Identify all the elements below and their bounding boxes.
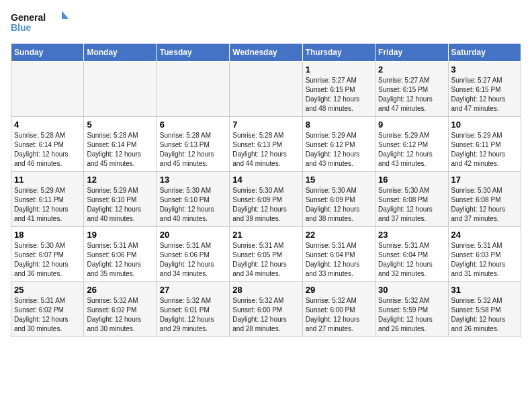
header-cell-saturday: Saturday	[448, 44, 521, 62]
day-info: Sunrise: 5:29 AM Sunset: 6:12 PM Dayligh…	[306, 131, 372, 169]
day-info: Sunrise: 5:31 AM Sunset: 6:06 PM Dayligh…	[160, 241, 226, 279]
logo-svg: General Blue	[11, 11, 71, 35]
day-cell: 6Sunrise: 5:28 AM Sunset: 6:13 PM Daylig…	[157, 117, 229, 172]
day-info: Sunrise: 5:30 AM Sunset: 6:08 PM Dayligh…	[451, 186, 518, 224]
day-number: 14	[232, 175, 299, 185]
day-info: Sunrise: 5:29 AM Sunset: 6:10 PM Dayligh…	[87, 186, 153, 224]
day-number: 27	[160, 285, 226, 295]
day-number: 31	[451, 285, 518, 295]
day-cell: 7Sunrise: 5:28 AM Sunset: 6:13 PM Daylig…	[230, 117, 302, 172]
day-cell	[157, 62, 229, 117]
day-cell: 19Sunrise: 5:31 AM Sunset: 6:06 PM Dayli…	[84, 227, 157, 282]
day-number: 23	[378, 230, 445, 240]
day-number: 30	[378, 285, 445, 295]
svg-marker-1	[62, 11, 69, 19]
header-row: SundayMondayTuesdayWednesdayThursdayFrid…	[11, 44, 521, 62]
calendar-table: SundayMondayTuesdayWednesdayThursdayFrid…	[11, 43, 521, 337]
day-number: 25	[14, 285, 81, 295]
day-number: 28	[232, 285, 299, 295]
day-cell: 10Sunrise: 5:29 AM Sunset: 6:11 PM Dayli…	[448, 117, 521, 172]
day-cell: 22Sunrise: 5:31 AM Sunset: 6:04 PM Dayli…	[302, 227, 375, 282]
day-info: Sunrise: 5:32 AM Sunset: 6:02 PM Dayligh…	[87, 296, 153, 334]
week-row-3: 11Sunrise: 5:29 AM Sunset: 6:11 PM Dayli…	[11, 172, 521, 227]
day-number: 7	[232, 120, 299, 130]
day-cell: 16Sunrise: 5:30 AM Sunset: 6:08 PM Dayli…	[375, 172, 448, 227]
week-row-4: 18Sunrise: 5:30 AM Sunset: 6:07 PM Dayli…	[11, 227, 521, 282]
day-info: Sunrise: 5:30 AM Sunset: 6:08 PM Dayligh…	[378, 186, 445, 224]
day-number: 1	[306, 64, 372, 75]
day-cell	[11, 62, 84, 117]
day-cell: 31Sunrise: 5:32 AM Sunset: 5:58 PM Dayli…	[448, 282, 521, 337]
day-info: Sunrise: 5:32 AM Sunset: 6:00 PM Dayligh…	[232, 296, 299, 334]
header: General Blue	[11, 11, 521, 35]
day-cell: 8Sunrise: 5:29 AM Sunset: 6:12 PM Daylig…	[302, 117, 375, 172]
svg-text:Blue: Blue	[11, 22, 32, 33]
header-cell-wednesday: Wednesday	[230, 44, 302, 62]
day-number: 19	[87, 230, 153, 240]
day-number: 29	[306, 285, 372, 295]
day-cell: 4Sunrise: 5:28 AM Sunset: 6:14 PM Daylig…	[11, 117, 84, 172]
day-cell: 15Sunrise: 5:30 AM Sunset: 6:09 PM Dayli…	[302, 172, 375, 227]
day-number: 11	[14, 175, 81, 185]
day-number: 10	[451, 120, 518, 130]
day-info: Sunrise: 5:28 AM Sunset: 6:13 PM Dayligh…	[232, 131, 299, 169]
day-number: 9	[378, 120, 445, 130]
week-row-1: 1Sunrise: 5:27 AM Sunset: 6:15 PM Daylig…	[11, 62, 521, 117]
day-info: Sunrise: 5:27 AM Sunset: 6:15 PM Dayligh…	[378, 76, 445, 113]
day-info: Sunrise: 5:28 AM Sunset: 6:14 PM Dayligh…	[14, 131, 81, 169]
day-cell: 26Sunrise: 5:32 AM Sunset: 6:02 PM Dayli…	[84, 282, 157, 337]
day-number: 4	[14, 120, 81, 130]
day-info: Sunrise: 5:31 AM Sunset: 6:02 PM Dayligh…	[14, 296, 81, 334]
day-cell: 18Sunrise: 5:30 AM Sunset: 6:07 PM Dayli…	[11, 227, 84, 282]
day-number: 13	[160, 175, 226, 185]
day-info: Sunrise: 5:32 AM Sunset: 6:00 PM Dayligh…	[306, 296, 372, 334]
day-cell	[230, 62, 302, 117]
day-number: 26	[87, 285, 153, 295]
day-number: 18	[14, 230, 81, 240]
day-cell: 17Sunrise: 5:30 AM Sunset: 6:08 PM Dayli…	[448, 172, 521, 227]
day-cell: 2Sunrise: 5:27 AM Sunset: 6:15 PM Daylig…	[375, 62, 448, 117]
day-number: 6	[160, 120, 226, 130]
day-info: Sunrise: 5:31 AM Sunset: 6:03 PM Dayligh…	[451, 241, 518, 279]
day-info: Sunrise: 5:32 AM Sunset: 5:59 PM Dayligh…	[378, 296, 445, 334]
day-number: 3	[451, 64, 518, 75]
day-info: Sunrise: 5:29 AM Sunset: 6:11 PM Dayligh…	[451, 131, 518, 169]
day-info: Sunrise: 5:31 AM Sunset: 6:04 PM Dayligh…	[306, 241, 372, 279]
day-cell: 1Sunrise: 5:27 AM Sunset: 6:15 PM Daylig…	[302, 62, 375, 117]
header-cell-monday: Monday	[84, 44, 157, 62]
day-cell: 23Sunrise: 5:31 AM Sunset: 6:04 PM Dayli…	[375, 227, 448, 282]
day-cell: 24Sunrise: 5:31 AM Sunset: 6:03 PM Dayli…	[448, 227, 521, 282]
day-number: 15	[306, 175, 372, 185]
header-cell-tuesday: Tuesday	[157, 44, 229, 62]
day-number: 2	[378, 64, 445, 75]
day-cell: 3Sunrise: 5:27 AM Sunset: 6:15 PM Daylig…	[448, 62, 521, 117]
day-number: 8	[306, 120, 372, 130]
day-cell: 14Sunrise: 5:30 AM Sunset: 6:09 PM Dayli…	[230, 172, 302, 227]
day-number: 17	[451, 175, 518, 185]
day-cell: 27Sunrise: 5:32 AM Sunset: 6:01 PM Dayli…	[157, 282, 229, 337]
day-cell: 5Sunrise: 5:28 AM Sunset: 6:14 PM Daylig…	[84, 117, 157, 172]
day-info: Sunrise: 5:27 AM Sunset: 6:15 PM Dayligh…	[451, 76, 518, 113]
day-info: Sunrise: 5:31 AM Sunset: 6:04 PM Dayligh…	[378, 241, 445, 279]
day-cell: 11Sunrise: 5:29 AM Sunset: 6:11 PM Dayli…	[11, 172, 84, 227]
day-cell: 20Sunrise: 5:31 AM Sunset: 6:06 PM Dayli…	[157, 227, 229, 282]
day-number: 12	[87, 175, 153, 185]
day-info: Sunrise: 5:30 AM Sunset: 6:10 PM Dayligh…	[160, 186, 226, 224]
day-cell: 21Sunrise: 5:31 AM Sunset: 6:05 PM Dayli…	[230, 227, 302, 282]
week-row-5: 25Sunrise: 5:31 AM Sunset: 6:02 PM Dayli…	[11, 282, 521, 337]
day-number: 24	[451, 230, 518, 240]
logo: General Blue	[11, 11, 71, 35]
day-info: Sunrise: 5:31 AM Sunset: 6:06 PM Dayligh…	[87, 241, 153, 279]
day-cell	[84, 62, 157, 117]
svg-text:General: General	[11, 12, 46, 23]
day-info: Sunrise: 5:27 AM Sunset: 6:15 PM Dayligh…	[306, 76, 372, 113]
day-number: 20	[160, 230, 226, 240]
day-cell: 25Sunrise: 5:31 AM Sunset: 6:02 PM Dayli…	[11, 282, 84, 337]
day-number: 5	[87, 120, 153, 130]
day-info: Sunrise: 5:32 AM Sunset: 6:01 PM Dayligh…	[160, 296, 226, 334]
day-info: Sunrise: 5:32 AM Sunset: 5:58 PM Dayligh…	[451, 296, 518, 334]
day-cell: 29Sunrise: 5:32 AM Sunset: 6:00 PM Dayli…	[302, 282, 375, 337]
day-info: Sunrise: 5:28 AM Sunset: 6:13 PM Dayligh…	[160, 131, 226, 169]
day-info: Sunrise: 5:29 AM Sunset: 6:11 PM Dayligh…	[14, 186, 81, 224]
day-cell: 9Sunrise: 5:29 AM Sunset: 6:12 PM Daylig…	[375, 117, 448, 172]
